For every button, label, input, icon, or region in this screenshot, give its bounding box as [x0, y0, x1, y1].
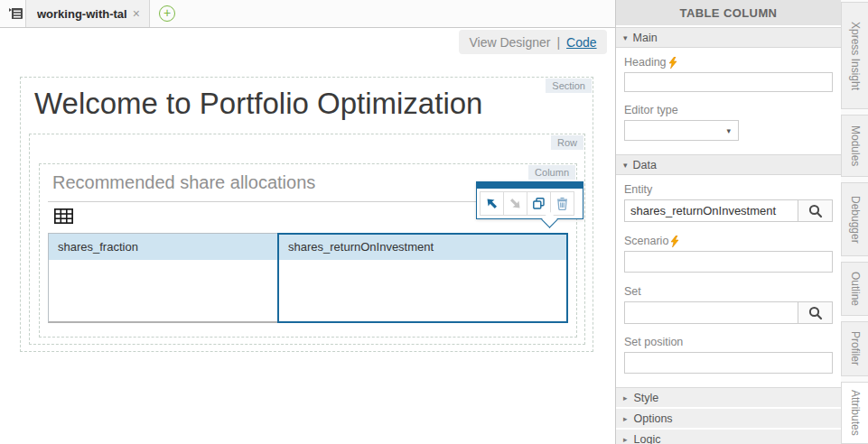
row-badge: Row — [551, 135, 583, 150]
scenario-input[interactable] — [624, 251, 833, 273]
editor-type-select[interactable]: ▾ — [624, 120, 739, 141]
tab-label: working-with-tal — [37, 7, 127, 21]
chevron-right-icon: ▸ — [623, 435, 628, 444]
side-tab-strip: Xpress Insight Modules Debugger Outline … — [841, 0, 868, 444]
section-header-options[interactable]: ▸ Options — [616, 409, 841, 430]
set-label: Set — [624, 285, 833, 298]
heading-input[interactable] — [624, 72, 833, 92]
section-main-label: Main — [633, 32, 658, 44]
side-tab-profiler[interactable]: Profiler — [841, 321, 868, 376]
section-header-logic[interactable]: ▸ Logic — [616, 430, 841, 444]
side-tab-attributes[interactable]: Attributes — [841, 382, 868, 444]
chevron-right-icon: ▸ — [623, 414, 628, 423]
table-header-row: shares_fraction shares_returnOnInvestmen… — [49, 234, 567, 261]
move-up-icon[interactable] — [480, 191, 504, 216]
dropdown-arrow-icon: ▾ — [726, 126, 731, 135]
entity-search-button[interactable] — [798, 199, 833, 222]
entity-label: Entity — [624, 183, 833, 196]
element-toolbar — [476, 181, 583, 219]
section-data-label: Data — [633, 159, 657, 171]
section-header-data[interactable]: ▾ Data — [616, 154, 841, 175]
scenario-label: Scenario — [624, 235, 833, 247]
set-position-label: Set position — [624, 336, 833, 348]
panel-title: TABLE COLUMN — [616, 0, 841, 25]
chevron-right-icon: ▸ — [623, 393, 628, 402]
search-icon — [808, 204, 823, 218]
chevron-down-icon: ▾ — [623, 33, 628, 42]
section-header-main[interactable]: ▾ Main — [616, 27, 841, 48]
editor-type-label: Editor type — [624, 104, 833, 116]
set-search-button[interactable] — [798, 301, 833, 324]
heading-label: Heading — [624, 56, 833, 69]
properties-panel: TABLE COLUMN ▾ Main Heading Editor type … — [615, 0, 841, 444]
section-logic-label: Logic — [634, 433, 661, 444]
side-tab-outline[interactable]: Outline — [841, 262, 868, 316]
view-designer-label: View Designer — [469, 35, 550, 50]
section-style-label: Style — [634, 392, 659, 404]
designer-canvas: View Designer | Code Section Welcome to … — [0, 28, 615, 444]
side-tab-modules[interactable]: Modules — [841, 115, 868, 177]
expression-bolt-icon — [670, 236, 679, 247]
add-tab-icon[interactable]: + — [159, 5, 175, 22]
view-mode-separator: | — [556, 35, 560, 50]
chevron-down-icon: ▾ — [623, 161, 628, 170]
delete-icon[interactable] — [550, 191, 574, 216]
tab-working-with-tal[interactable]: working-with-tal × — [25, 0, 150, 27]
table-column-shares-fraction[interactable]: shares_fraction — [49, 234, 278, 260]
element-toolbar-handle[interactable] — [477, 182, 583, 189]
move-down-icon — [503, 191, 527, 216]
page-title: Welcome to Portfolio Optimization — [34, 87, 482, 121]
side-tab-xpress-insight[interactable]: Xpress Insight — [841, 2, 868, 109]
side-tab-debugger[interactable]: Debugger — [841, 182, 868, 256]
search-icon — [808, 306, 823, 320]
expression-bolt-icon — [668, 57, 677, 69]
set-position-input[interactable] — [624, 352, 833, 374]
data-table: shares_fraction shares_returnOnInvestmen… — [48, 233, 568, 323]
tab-close-icon[interactable]: × — [133, 7, 140, 20]
row-container[interactable]: Row Column Recommended share allocations — [29, 134, 585, 345]
column-badge: Column — [528, 165, 575, 180]
table-column-shares-returnoninvestment[interactable]: shares_returnOnInvestment — [278, 234, 567, 260]
view-mode-switch: View Designer | Code — [459, 30, 607, 54]
app-window: working-with-tal × + View Designer | Cod… — [0, 0, 868, 444]
section-badge: Section — [546, 79, 592, 93]
view-list-icon[interactable] — [8, 7, 24, 21]
tab-bar: working-with-tal × + — [0, 0, 615, 28]
code-link[interactable]: Code — [566, 35, 596, 50]
entity-input[interactable] — [624, 199, 798, 222]
section-options-label: Options — [634, 412, 673, 425]
widget-title: Recommended share allocations — [52, 172, 315, 193]
section-header-style[interactable]: ▸ Style — [616, 388, 841, 409]
set-input[interactable] — [624, 301, 798, 324]
table-grid-icon — [54, 208, 73, 224]
